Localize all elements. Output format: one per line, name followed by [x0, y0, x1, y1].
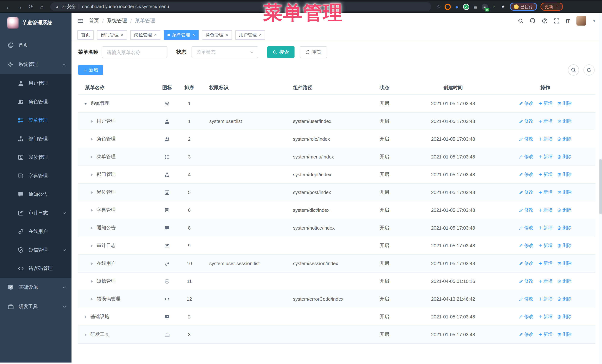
- row-action-delete[interactable]: 删除: [557, 207, 572, 213]
- close-tab-icon[interactable]: ×: [226, 32, 228, 37]
- row-action-delete[interactable]: 删除: [557, 171, 572, 178]
- github-icon[interactable]: [530, 18, 536, 24]
- row-action-edit[interactable]: 修改: [519, 118, 533, 125]
- breadcrumb-item[interactable]: 首页: [89, 17, 99, 24]
- search-button[interactable]: 搜索: [267, 46, 294, 58]
- add-button[interactable]: 新增: [78, 65, 103, 75]
- close-tab-icon[interactable]: ×: [154, 32, 157, 37]
- row-action-plus[interactable]: 新增: [538, 189, 552, 196]
- tab-1[interactable]: 部门管理×: [97, 30, 127, 40]
- row-action-delete[interactable]: 删除: [557, 118, 572, 125]
- show-search-button[interactable]: [568, 64, 579, 75]
- expand-row-icon[interactable]: [90, 137, 95, 141]
- row-action-plus[interactable]: 新增: [538, 154, 552, 160]
- expand-row-icon[interactable]: [90, 261, 95, 266]
- row-action-edit[interactable]: 修改: [519, 332, 533, 338]
- help-icon[interactable]: [542, 18, 548, 23]
- row-action-delete[interactable]: 删除: [557, 260, 572, 267]
- extension-icon-green-animal[interactable]: ♘: [491, 3, 497, 10]
- sidebar-item-13[interactable]: 基础设施: [0, 278, 72, 297]
- expand-row-icon[interactable]: [90, 172, 95, 177]
- tab-0[interactable]: 首页: [77, 30, 94, 40]
- tab-4[interactable]: 角色管理×: [202, 30, 232, 40]
- row-action-edit[interactable]: 修改: [519, 100, 533, 107]
- paused-extension-button[interactable]: 已暂停: [510, 3, 537, 11]
- sidebar-item-1[interactable]: 系统管理: [0, 55, 72, 74]
- extension-icon-green-check[interactable]: ✓: [463, 3, 469, 10]
- expand-row-icon[interactable]: [90, 243, 95, 248]
- close-tab-icon[interactable]: ×: [192, 32, 195, 37]
- row-action-edit[interactable]: 修改: [519, 296, 533, 302]
- row-action-plus[interactable]: 新增: [538, 260, 552, 267]
- collapse-sidebar-icon[interactable]: [77, 18, 84, 24]
- extension-icon-white-puzzle[interactable]: ✱: [500, 3, 506, 10]
- row-action-plus[interactable]: 新增: [538, 118, 552, 125]
- reset-button[interactable]: 重置: [300, 46, 327, 58]
- user-avatar[interactable]: [576, 16, 586, 26]
- row-action-edit[interactable]: 修改: [519, 189, 533, 196]
- avatar-caret-icon[interactable]: ▼: [592, 19, 596, 23]
- row-action-plus[interactable]: 新增: [538, 225, 552, 231]
- row-action-delete[interactable]: 删除: [557, 332, 572, 338]
- update-browser-button[interactable]: 更新 ⋮: [540, 3, 563, 11]
- expand-row-icon[interactable]: [90, 155, 95, 159]
- sidebar-item-8[interactable]: 通知公告: [0, 185, 72, 204]
- sidebar-item-11[interactable]: 短信管理: [0, 241, 72, 259]
- row-action-edit[interactable]: 修改: [519, 314, 533, 320]
- sidebar-item-10[interactable]: 在线用户: [0, 222, 72, 241]
- expand-row-icon[interactable]: [90, 279, 95, 283]
- row-action-edit[interactable]: 修改: [519, 278, 533, 284]
- address-bar[interactable]: ▲ 不安全 dashboard.yudao.iocoder.cn/system/…: [50, 2, 431, 11]
- row-action-edit[interactable]: 修改: [519, 260, 533, 267]
- collapse-row-icon[interactable]: [83, 101, 88, 106]
- row-action-edit[interactable]: 修改: [519, 171, 533, 178]
- extension-icon-blue-gem[interactable]: ◆: [454, 3, 460, 10]
- sidebar-item-4[interactable]: 菜单管理: [0, 111, 72, 130]
- row-action-plus[interactable]: 新增: [538, 278, 552, 284]
- expand-row-icon[interactable]: [90, 119, 95, 124]
- sidebar-item-7[interactable]: 字典管理: [0, 167, 72, 185]
- sidebar-item-5[interactable]: 部门管理: [0, 130, 72, 148]
- browser-home-icon[interactable]: ⌂: [37, 2, 47, 11]
- breadcrumb-item[interactable]: 系统管理: [107, 17, 127, 24]
- extension-icon-orange-ring[interactable]: [444, 3, 451, 10]
- sidebar-item-14[interactable]: 研发工具: [0, 297, 72, 316]
- app-logo-row[interactable]: 芋道管理系统: [0, 13, 72, 33]
- row-action-delete[interactable]: 删除: [557, 296, 572, 302]
- sidebar-item-6[interactable]: 岗位管理: [0, 148, 72, 167]
- row-action-plus[interactable]: 新增: [538, 171, 552, 178]
- tab-2[interactable]: 岗位管理×: [130, 30, 161, 40]
- status-select[interactable]: 菜单状态: [192, 46, 258, 58]
- expand-row-icon[interactable]: [83, 315, 88, 319]
- expand-row-icon[interactable]: [90, 297, 95, 301]
- browser-reload-icon[interactable]: ⟳: [26, 2, 36, 11]
- row-action-plus[interactable]: 新增: [538, 207, 552, 213]
- row-action-plus[interactable]: 新增: [538, 296, 552, 302]
- search-icon[interactable]: [518, 18, 524, 23]
- menu-name-input[interactable]: [102, 46, 167, 58]
- row-action-plus[interactable]: 新增: [538, 314, 552, 320]
- extension-icon-dark-on[interactable]: ≡on: [481, 3, 488, 10]
- browser-back-icon[interactable]: ←: [4, 2, 13, 11]
- page-scrollbar[interactable]: [599, 14, 602, 364]
- sidebar-item-3[interactable]: 角色管理: [0, 93, 72, 111]
- sidebar-item-0[interactable]: 首页: [0, 36, 72, 55]
- tab-3[interactable]: 菜单管理×: [164, 30, 199, 40]
- browser-forward-icon[interactable]: →: [15, 2, 24, 11]
- scrollbar-thumb[interactable]: [599, 159, 602, 214]
- row-action-delete[interactable]: 删除: [557, 189, 572, 196]
- fullscreen-icon[interactable]: [554, 18, 559, 23]
- expand-row-icon[interactable]: [90, 208, 95, 212]
- sidebar-item-12[interactable]: 错误码管理: [0, 259, 72, 278]
- sidebar-item-2[interactable]: 用户管理: [0, 74, 72, 93]
- row-action-plus[interactable]: 新增: [538, 136, 552, 142]
- bookmark-star-icon[interactable]: ☆: [436, 4, 441, 10]
- row-action-delete[interactable]: 删除: [557, 314, 572, 320]
- expand-row-icon[interactable]: [90, 226, 95, 230]
- row-action-delete[interactable]: 删除: [557, 154, 572, 160]
- sidebar-item-9[interactable]: 审计日志: [0, 204, 72, 222]
- row-action-edit[interactable]: 修改: [519, 207, 533, 213]
- row-action-edit[interactable]: 修改: [519, 154, 533, 160]
- row-action-edit[interactable]: 修改: [519, 136, 533, 142]
- row-action-edit[interactable]: 修改: [519, 225, 533, 231]
